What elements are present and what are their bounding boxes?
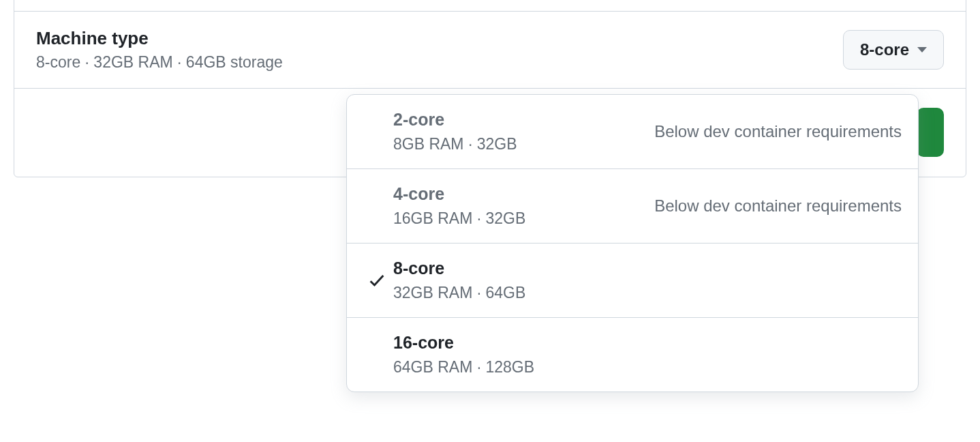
caret-down-icon	[917, 47, 927, 53]
option-4-core[interactable]: 4-core 16GB RAM · 32GB Below dev contain…	[347, 168, 918, 243]
option-title: 8-core	[393, 259, 888, 278]
option-title: 16-core	[393, 333, 888, 353]
option-sub: 8GB RAM · 32GB	[393, 135, 641, 153]
machine-type-label-block: Machine type 8-core · 32GB RAM · 64GB st…	[36, 28, 283, 72]
machine-type-dropdown: 2-core 8GB RAM · 32GB Below dev containe…	[346, 94, 919, 392]
option-16-core[interactable]: 16-core 64GB RAM · 128GB	[347, 317, 918, 392]
option-note: Below dev container requirements	[641, 122, 902, 141]
machine-type-selector[interactable]: 8-core	[843, 30, 944, 70]
machine-type-row: Machine type 8-core · 32GB RAM · 64GB st…	[14, 11, 966, 88]
machine-type-title: Machine type	[36, 28, 283, 49]
machine-type-summary: 8-core · 32GB RAM · 64GB storage	[36, 53, 283, 72]
panel-prev-row	[14, 0, 966, 11]
option-sub: 64GB RAM · 128GB	[393, 358, 888, 377]
option-title: 2-core	[393, 110, 641, 130]
check-slot	[361, 271, 393, 290]
machine-type-selected-label: 8-core	[860, 40, 909, 59]
option-8-core[interactable]: 8-core 32GB RAM · 64GB	[347, 243, 918, 317]
option-sub: 32GB RAM · 64GB	[393, 284, 888, 302]
option-2-core[interactable]: 2-core 8GB RAM · 32GB Below dev containe…	[347, 95, 918, 168]
option-title: 4-core	[393, 184, 641, 204]
check-icon	[367, 271, 386, 290]
option-sub: 16GB RAM · 32GB	[393, 209, 641, 228]
create-button[interactable]	[917, 108, 944, 157]
option-note: Below dev container requirements	[641, 196, 902, 216]
